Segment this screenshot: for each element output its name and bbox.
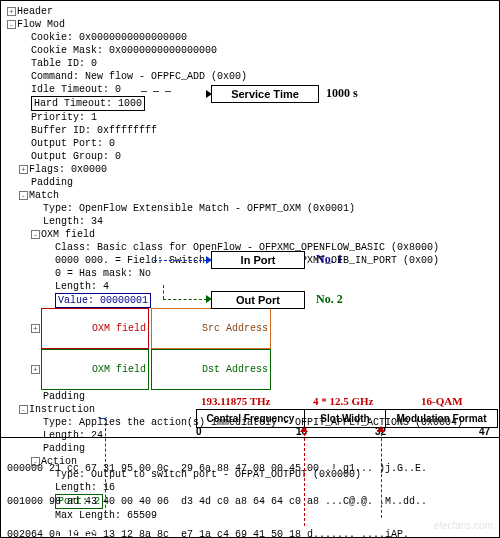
sw-value-label: 4 * 12.5 GHz bbox=[313, 395, 374, 407]
tree-item-oxm-src[interactable]: + OXM field Src Address bbox=[7, 308, 493, 349]
in-port-box: In Port bbox=[211, 251, 305, 269]
field-match-length: Length: 34 bbox=[7, 215, 493, 228]
bit-47: 47 bbox=[479, 426, 490, 437]
col-modulation-format: Modulation Format bbox=[386, 410, 497, 427]
field-cookie: Cookie: 0x0000000000000000 bbox=[7, 31, 493, 44]
expander-icon[interactable]: - bbox=[19, 191, 28, 200]
pane-separator bbox=[1, 437, 499, 438]
tree-label: Flow Mod bbox=[17, 18, 65, 31]
expander-icon[interactable]: + bbox=[19, 165, 28, 174]
field-match-type: Type: OpenFlow Extensible Match - OFPMT_… bbox=[7, 202, 493, 215]
expander-icon[interactable]: - bbox=[7, 20, 16, 29]
field-buffer-id: Buffer ID: 0xffffffff bbox=[7, 124, 493, 137]
field-command: Command: New flow - OFPFC_ADD (0x00) bbox=[7, 70, 493, 83]
tree-label: Match bbox=[29, 189, 59, 202]
dst-address-box: Dst Address bbox=[151, 349, 271, 390]
cf-value-label: 193.11875 THz bbox=[201, 395, 270, 407]
col-central-frequency: Central Frequency bbox=[197, 410, 305, 427]
service-time-value: 1000 s bbox=[326, 86, 358, 101]
field-output-group: Output Group: 0 bbox=[7, 150, 493, 163]
tree-label: Header bbox=[17, 5, 53, 18]
expander-icon[interactable]: - bbox=[31, 230, 40, 239]
tree-item-flowmod[interactable]: - Flow Mod bbox=[7, 18, 493, 31]
src-address-box: Src Address bbox=[151, 308, 271, 349]
tree-item-header[interactable]: + Header bbox=[7, 5, 493, 18]
out-port-value: No. 2 bbox=[316, 292, 343, 307]
tree-item-oxm-dst[interactable]: + OXM field Dst Address bbox=[7, 349, 493, 390]
field-action-padding[interactable]: Padding bbox=[7, 522, 493, 537]
hex-row[interactable]: 0010 00 98 ad 43 40 00 40 06 d3 4d c0 a8… bbox=[7, 496, 493, 507]
tree-item-oxm-field[interactable]: - OXM field bbox=[7, 228, 493, 241]
col-slot-width: Slot Width bbox=[305, 410, 386, 427]
expander-icon[interactable]: + bbox=[31, 324, 40, 333]
tree-label: Flags: 0x0000 bbox=[29, 163, 107, 176]
hex-row[interactable]: 0000 00 21 cc 67 31 95 00 0c 29 6a 88 47… bbox=[7, 463, 493, 474]
expander-icon[interactable]: + bbox=[31, 365, 40, 374]
service-time-box: Service Time bbox=[211, 85, 319, 103]
expander-icon[interactable]: - bbox=[19, 405, 28, 414]
in-port-value: No. 1 bbox=[316, 252, 343, 267]
field-padding: Padding bbox=[7, 176, 493, 189]
tree-item-flags[interactable]: + Flags: 0x0000 bbox=[7, 163, 493, 176]
out-port-box: Out Port bbox=[211, 291, 305, 309]
mf-value-label: 16-QAM bbox=[421, 395, 463, 407]
expander-icon[interactable]: + bbox=[7, 7, 16, 16]
field-cookie-mask: Cookie Mask: 0x0000000000000000 bbox=[7, 44, 493, 57]
oxm-value-box: Value: 00000001 bbox=[55, 293, 151, 308]
tree-label: OXM field bbox=[41, 228, 95, 241]
field-table-id: Table ID: 0 bbox=[7, 57, 493, 70]
padding-column-headers: Central Frequency Slot Width Modulation … bbox=[196, 409, 498, 428]
bit-0: 0 bbox=[196, 426, 202, 437]
packet-dissection-window: + Header - Flow Mod Cookie: 0x0000000000… bbox=[0, 0, 500, 538]
hard-timeout-box: Hard Timeout: 1000 bbox=[31, 96, 145, 111]
tree-item-match[interactable]: - Match bbox=[7, 189, 493, 202]
field-output-port: Output Port: 0 bbox=[7, 137, 493, 150]
field-priority: Priority: 1 bbox=[7, 111, 493, 124]
oxm-dst-box: OXM field bbox=[41, 349, 149, 390]
oxm-src-box: OXM field bbox=[41, 308, 149, 349]
tree-label: Instruction bbox=[29, 403, 95, 416]
